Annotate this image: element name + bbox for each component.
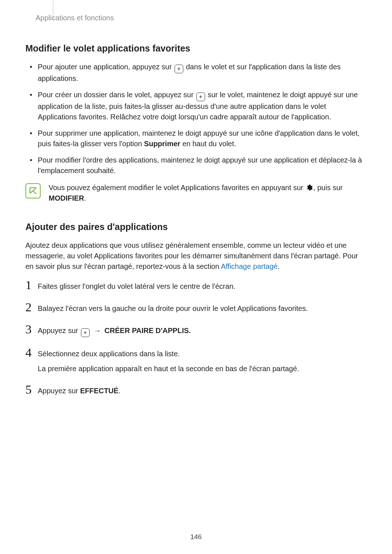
text: , puis sur bbox=[313, 184, 343, 192]
intro-paragraph: Ajoutez deux applications que vous utili… bbox=[25, 240, 367, 272]
step-5: 5 Appuyez sur EFFECTUÉ. bbox=[25, 383, 367, 396]
text: Appuyez sur bbox=[38, 327, 80, 335]
bullet-list: Pour ajouter une application, appuyez su… bbox=[25, 62, 367, 176]
text: . bbox=[278, 262, 280, 270]
step-number: 4 bbox=[25, 346, 38, 359]
step-2: 2 Balayez l'écran vers la gauche ou la d… bbox=[25, 301, 367, 314]
step-number: 2 bbox=[25, 301, 38, 313]
plus-icon bbox=[196, 93, 205, 101]
link-affichage-partage[interactable]: Affichage partagé bbox=[221, 262, 278, 270]
steps-list: 1 Faites glisser l'onglet du volet latér… bbox=[25, 279, 367, 396]
step-body: Balayez l'écran vers la gauche ou la dro… bbox=[38, 301, 367, 314]
text: . bbox=[118, 387, 121, 395]
text: Ajoutez deux applications que vous utili… bbox=[25, 241, 358, 270]
note: Vous pouvez également modifier le volet … bbox=[25, 182, 367, 204]
text-bold-modifier: MODIFIER bbox=[49, 194, 84, 202]
plus-icon bbox=[81, 328, 90, 337]
page-number: 146 bbox=[0, 533, 392, 541]
arrow-icon: → bbox=[92, 327, 103, 335]
text: La première application apparaît en haut… bbox=[38, 364, 367, 374]
step-3: 3 Appuyez sur → CRÉER PAIRE D'APPLIS. bbox=[25, 323, 367, 337]
text: Sélectionnez deux applications dans la l… bbox=[38, 350, 180, 358]
text-bold-effectue: EFFECTUÉ bbox=[80, 387, 119, 395]
text: . bbox=[84, 194, 86, 202]
bullet-reorder-apps: Pour modifier l'ordre des applications, … bbox=[36, 155, 367, 176]
step-body: Appuyez sur → CRÉER PAIRE D'APPLIS. bbox=[38, 323, 367, 337]
text: Pour modifier l'ordre des applications, … bbox=[38, 156, 362, 175]
text: Vous pouvez également modifier le volet … bbox=[49, 184, 305, 192]
bullet-add-app: Pour ajouter une application, appuyez su… bbox=[36, 62, 367, 84]
heading-modify-favorites: Modifier le volet applications favorites bbox=[25, 43, 367, 54]
step-1: 1 Faites glisser l'onglet du volet latér… bbox=[25, 279, 367, 292]
text: Pour créer un dossier dans le volet, app… bbox=[38, 91, 196, 99]
step-4: 4 Sélectionnez deux applications dans la… bbox=[25, 346, 367, 374]
text-bold-creer-paire: CRÉER PAIRE D'APPLIS. bbox=[105, 327, 191, 335]
breadcrumb: Applications et fonctions bbox=[36, 14, 367, 22]
text: en haut du volet. bbox=[180, 140, 236, 148]
step-number: 5 bbox=[25, 383, 38, 396]
plus-icon bbox=[175, 65, 183, 73]
step-body: Sélectionnez deux applications dans la l… bbox=[38, 346, 367, 374]
note-text: Vous pouvez également modifier le volet … bbox=[49, 182, 367, 204]
gear-icon bbox=[306, 184, 313, 191]
note-icon bbox=[25, 183, 41, 198]
bullet-delete-app: Pour supprimer une application, maintene… bbox=[36, 128, 367, 149]
step-number: 1 bbox=[25, 279, 38, 291]
step-body: Appuyez sur EFFECTUÉ. bbox=[38, 383, 367, 396]
step-number: 3 bbox=[25, 323, 38, 336]
step-body: Faites glisser l'onglet du volet latéral… bbox=[38, 279, 367, 292]
bullet-create-folder: Pour créer un dossier dans le volet, app… bbox=[36, 90, 367, 122]
text: Appuyez sur bbox=[38, 387, 80, 395]
text-bold-supprimer: Supprimer bbox=[144, 140, 180, 148]
header-divider bbox=[53, 0, 57, 20]
text: Pour ajouter une application, appuyez su… bbox=[38, 63, 174, 71]
heading-add-app-pairs: Ajouter des paires d'applications bbox=[25, 222, 367, 232]
